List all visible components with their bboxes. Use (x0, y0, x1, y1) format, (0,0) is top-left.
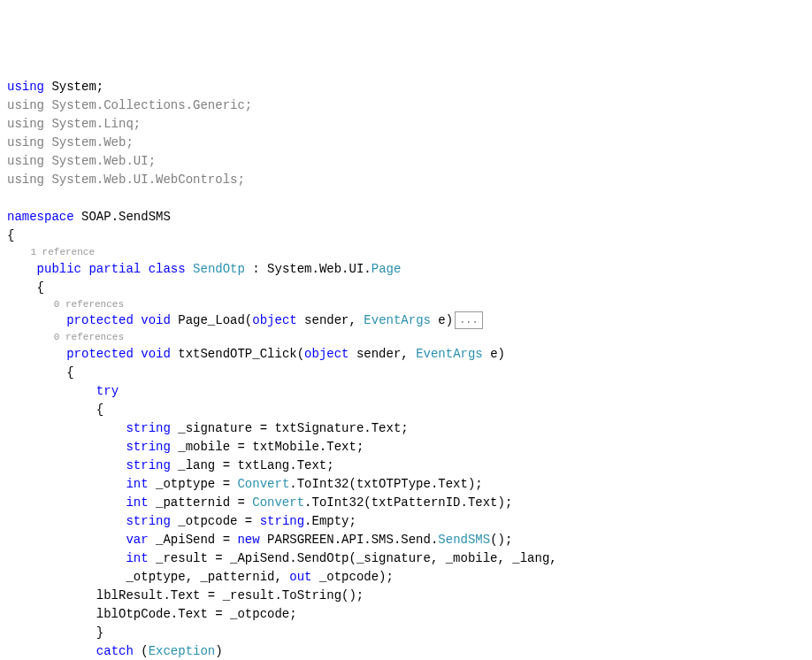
text: _ApiSend = (149, 533, 238, 547)
using-keyword: using (7, 80, 44, 94)
text: _signature = txtSignature.Text; (171, 421, 409, 435)
codelens-reference[interactable]: 1 reference (0, 245, 812, 260)
text: .ToInt32(txtOTPType.Text); (289, 477, 482, 491)
namespace-name: SOAP.SendSMS (74, 210, 171, 224)
keyword: string (126, 421, 170, 435)
code-line: string _lang = txtLang.Text; (0, 457, 812, 475)
code-line: string _mobile = txtMobile.Text; (0, 438, 812, 457)
type: SendSMS (438, 533, 490, 547)
keyword: string (126, 440, 170, 454)
keyword: int (126, 551, 148, 565)
text: .Empty; (304, 514, 356, 528)
keyword: void (141, 347, 171, 361)
brace: { (0, 364, 812, 382)
text: PARSGREEN.API.SMS.Send. (260, 533, 439, 547)
keyword: string (260, 514, 304, 528)
type: EventArgs (364, 313, 431, 327)
text: _otptype, _patternid, (7, 570, 289, 584)
code-line: string _signature = txtSignature.Text; (0, 419, 812, 438)
code-line: try (0, 382, 812, 401)
text: sender, (349, 347, 417, 361)
code-line: protected void txtSendOTP_Click(object s… (0, 345, 812, 364)
namespace-keyword: namespace (7, 210, 74, 224)
keyword: string (126, 514, 170, 528)
text: ( (134, 644, 149, 658)
text: e) (483, 347, 505, 361)
text: _otpcode); (311, 570, 393, 584)
text: (); (490, 533, 512, 547)
keyword: new (237, 533, 259, 547)
keyword: object (252, 313, 296, 327)
code-line: public partial class SendOtp : System.We… (0, 260, 812, 279)
text: : (245, 262, 267, 276)
code-line: _otptype, _patternid, out _otpcode); (0, 568, 812, 587)
code-line: lblResult.Text = _result.ToString(); (0, 587, 812, 605)
code-line: using System.Linq; (0, 115, 812, 134)
code-line: int _result = _ApiSend.SendOtp(_signatur… (0, 549, 812, 568)
text: System.Web.UI. (267, 262, 372, 276)
keyword: string (126, 458, 170, 472)
code-line: int _otptype = Convert.ToInt32(txtOTPTyp… (0, 475, 812, 494)
text: _otpcode = (171, 514, 260, 528)
code-line: using System.Collections.Generic; (0, 96, 812, 115)
type: Convert (237, 477, 289, 491)
code-line: namespace SOAP.SendSMS (0, 208, 812, 226)
code-editor[interactable]: using System;using System.Collections.Ge… (0, 78, 812, 660)
code-line: using System.Web.UI; (0, 152, 812, 171)
codelens-reference[interactable]: 0 references (0, 330, 812, 345)
code-line: var _ApiSend = new PARSGREEN.API.SMS.Sen… (0, 531, 812, 549)
brace: { (0, 401, 812, 419)
code-line: catch (Exception) (0, 642, 812, 661)
keyword: protected (66, 313, 134, 327)
text: _lang = txtLang.Text; (171, 458, 334, 472)
keyword: class (149, 262, 186, 276)
base-type: Page (372, 262, 402, 276)
method-name: Page_Load( (171, 313, 252, 327)
class-name: SendOtp (193, 262, 245, 276)
text: _mobile = txtMobile.Text; (171, 440, 364, 454)
collapse-toggle[interactable]: ... (455, 311, 483, 329)
keyword: out (289, 570, 311, 584)
brace: { (0, 226, 812, 245)
keyword: int (126, 477, 148, 491)
brace: } (0, 624, 812, 642)
type: Exception (149, 644, 216, 658)
text: _patternid = (149, 495, 253, 510)
text: _otptype = (149, 477, 238, 491)
code-line: using System.Web; (0, 134, 812, 152)
keyword: int (126, 495, 148, 510)
keyword: protected (66, 347, 134, 361)
code-line: int _patternid = Convert.ToInt32(txtPatt… (0, 494, 812, 512)
text: _result = _ApiSend.SendOtp(_signature, _… (149, 551, 557, 565)
keyword: try (96, 384, 119, 398)
type: Convert (252, 495, 304, 510)
code-line: using System; (0, 78, 812, 96)
text: sender, (297, 313, 364, 327)
keyword: catch (96, 644, 134, 658)
type: EventArgs (416, 347, 483, 361)
code-line: string _otpcode = string.Empty; (0, 512, 812, 531)
text: ) (215, 644, 222, 658)
code-line: protected void Page_Load(object sender, … (0, 311, 812, 330)
code-line: using System.Web.UI.WebControls; (0, 171, 812, 189)
keyword: var (126, 533, 148, 547)
codelens-reference[interactable]: 0 references (0, 297, 812, 312)
text: e) (431, 313, 453, 327)
keyword: partial (88, 262, 141, 276)
code-line: lblOtpCode.Text = _otpcode; (0, 605, 812, 624)
using-text: System; (44, 80, 103, 94)
keyword: object (304, 347, 349, 361)
text: .ToInt32(txtPatternID.Text); (304, 495, 512, 510)
brace: { (0, 279, 812, 297)
keyword: public (37, 262, 81, 276)
method-name: txtSendOTP_Click( (171, 347, 304, 361)
blank-line (0, 189, 812, 208)
keyword: void (141, 313, 171, 327)
